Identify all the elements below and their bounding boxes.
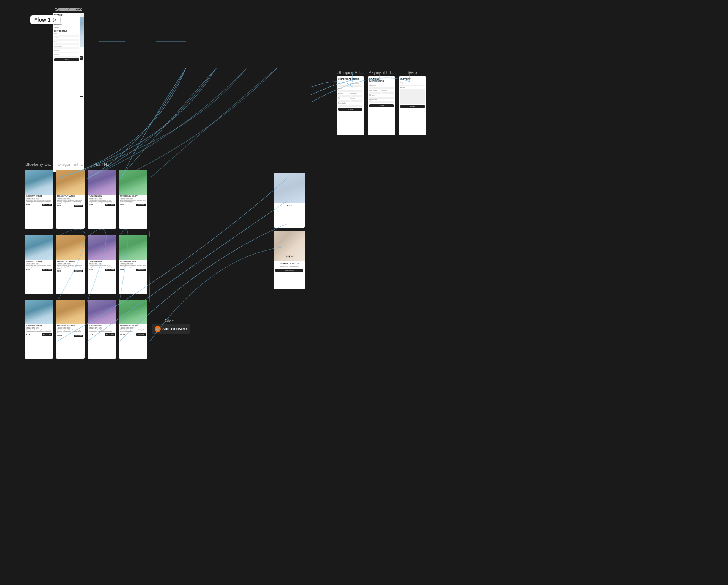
pd-price-wc-1: $9.99 [120, 204, 124, 206]
edit-form-phone-input[interactable] [54, 47, 79, 49]
pd-price-ph-1: $9.99 [89, 204, 93, 206]
pd-add-btn-ph-1[interactable]: ADD TO CART [105, 204, 115, 206]
frame-shipping: SHIPPING ADDRESS Country Province/Territ… [337, 76, 364, 135]
pd-add-btn-wc-2[interactable]: ADD TO CART [136, 269, 146, 271]
shipping-update-btn[interactable]: UPDATE [338, 108, 362, 111]
pd-body-df-3: DRAGONFRUIT MANGO SINGLE 3 PK 5 PK A tro… [56, 324, 85, 338]
help-submit-btn[interactable]: SUBMIT [400, 105, 425, 108]
payment-content: PAYMENT INFORMATION Card Number Name on … [368, 76, 395, 109]
pd-frame-wc-2: WATERMELON CELERY SINGLE 3 PK 5 PK A hyd… [119, 235, 147, 294]
pd-add-btn-bb-1[interactable]: ADD TO CART [42, 204, 52, 206]
frame-order-placed: ORDER PLACED! Thank you for shopping wit… [274, 231, 305, 289]
pd-img-bb-1 [25, 170, 53, 195]
pd-price-bb-1: $9.99 [26, 204, 30, 206]
shipping-apt-input[interactable] [338, 95, 350, 97]
frame-group-payment: Payment Inf... PAYMENT INFORMATION Card … [368, 70, 395, 135]
pd-add-btn-ph-3[interactable]: ADD TO CART [105, 333, 115, 336]
sub-frame-title-payment: Payment Inf... [369, 70, 394, 75]
product-row-3: BLUEBERRY ORANGE SINGLE 3 PK 5 PK A vibr… [25, 300, 147, 359]
pd-frame-df-3: DRAGONFRUIT MANGO SINGLE 3 PK 5 PK A tro… [56, 300, 85, 359]
payment-arrow: › [79, 24, 79, 25]
pd-price-row-df-2: $9.99 ADD TO CART [57, 270, 83, 272]
payment-cardnum-input[interactable] [369, 87, 394, 89]
pd-img-ph-3 [88, 300, 116, 324]
pd-price-row-wc-1: $9.99 ADD TO CART [120, 203, 146, 206]
shipping-city-label: City [338, 98, 350, 99]
pd-body-df-2: DRAGONFRUIT MANGO SINGLE 3 PK 5 PK A tro… [56, 260, 85, 273]
pd-add-btn-ph-2[interactable]: ADD TO CART [105, 269, 115, 271]
order-placed-img [274, 231, 305, 261]
add-to-cart-popup: Adde... 🛒 ADD TO CART! [152, 319, 190, 334]
frame-settings: PROFILE Edit Profile › Shipping Address … [53, 13, 80, 149]
shipping-province-group: Province/Territory [351, 82, 363, 87]
edit-form-password-input[interactable] [54, 56, 79, 58]
label-blueberry: Blueberry Or... [25, 162, 53, 167]
help-message-label: Message [400, 87, 425, 88]
pd-add-btn-bb-2[interactable]: ADD TO CART [42, 269, 52, 271]
shipping-province-input[interactable] [351, 85, 363, 87]
payment-fullname-input[interactable] [369, 97, 394, 99]
shipping-phone-label: Phone Number [338, 102, 362, 104]
pd-desc-df-2: A tropical symphony of dragonfruit and m… [57, 265, 83, 270]
pd-body-ph-2: PLUM HONEYDEW SINGLE 3 PK 5 PK A harmoni… [88, 260, 116, 272]
edit-form-name-input[interactable] [54, 35, 79, 37]
shipping-city-input[interactable] [338, 100, 350, 102]
popup-btn-text[interactable]: ADD TO CART! [162, 327, 187, 331]
dot-1 [287, 205, 288, 206]
pd-add-btn-wc-1[interactable]: ADD TO CART [136, 204, 146, 206]
support-label: Support [54, 27, 59, 28]
shipping-prov-input[interactable] [351, 100, 363, 102]
edit-form-lastname-input[interactable] [54, 39, 79, 41]
support-arrow: › [79, 26, 79, 28]
shipping-content: SHIPPING ADDRESS Country Province/Territ… [337, 76, 364, 112]
sub-settings-area: Shipping Ad... SHIPPING ADDRESS Country … [337, 70, 426, 135]
pd-img-df-1 [56, 170, 85, 195]
help-content: SUPPORT Subject Message SUBMIT [399, 76, 426, 110]
popup-cart-icon: 🛒 [155, 326, 161, 332]
settings-update-btn[interactable]: UPDATE [54, 58, 79, 61]
edit-form-altphone-input[interactable] [54, 52, 79, 53]
help-subject-input[interactable] [400, 85, 425, 86]
pd-price-bb-2: $9.99 [26, 269, 30, 271]
settings-support[interactable]: Support › [54, 26, 79, 28]
shipping-apt-label: Apt/Suite [338, 93, 350, 94]
pd-add-btn-wc-3[interactable]: ADD TO CART [136, 333, 146, 336]
payment-nameoncard-input[interactable] [369, 92, 381, 94]
pd-img-bb-3 [25, 300, 53, 324]
help-message-input[interactable] [400, 89, 425, 104]
pd-desc-df-1: A tropical symphony of dragonfruit and m… [57, 200, 83, 204]
flow-cursor-icon: ▷ [53, 17, 56, 22]
shipping-postal-group: Postal Code [351, 92, 363, 97]
edit-form-phone-label: Phone Number [54, 46, 79, 47]
pd-price-row-ph-1: $9.99 ADD TO CART [89, 203, 115, 206]
shipping-phone-input[interactable] [338, 105, 362, 107]
popup-content: 🛒 ADD TO CART! [152, 324, 190, 334]
shipping-form: Country Province/Territory [338, 82, 362, 87]
help-header: SUPPORT [400, 78, 425, 81]
pd-img-bb-2 [25, 235, 53, 260]
shipping-country-input[interactable] [338, 85, 350, 87]
frame-order-confirmation-1 [274, 173, 305, 228]
payment-link-input[interactable] [382, 92, 394, 94]
payment-nameoncard-group: Name on Card [369, 89, 381, 94]
shipping-address-input[interactable] [338, 90, 362, 92]
edit-form-email-input[interactable] [54, 43, 79, 45]
pd-price-wc-3: $17.99 [120, 333, 125, 335]
payment-fullname-label: Full Name [369, 94, 394, 96]
shop-more-btn[interactable]: SHOP MORE [275, 269, 303, 272]
pd-add-btn-df-3[interactable]: ADD TO CART [74, 335, 83, 337]
shipping-postal-input[interactable] [351, 95, 363, 97]
payment-update-btn[interactable]: UPDATE [369, 104, 394, 107]
frame-group-help: Help SUPPORT Subject Message SUBMIT [399, 70, 426, 135]
pd-frame-df-2: DRAGONFRUIT MANGO SINGLE 3 PK 5 PK A tro… [56, 235, 85, 294]
flow-label: Flow 1 ▷ [30, 15, 60, 24]
pd-add-btn-df-1[interactable]: ADD TO CART [74, 205, 83, 207]
payment-expiry-input[interactable] [369, 101, 394, 103]
pd-price-bb-3: $17.99 [26, 333, 30, 335]
frame-group-shipping: Shipping Ad... SHIPPING ADDRESS Country … [337, 70, 364, 135]
product-row-1: BLUEBERRY ORANGE SINGLE 3 PK 5 PK A vibr… [25, 170, 147, 229]
pd-add-btn-df-2[interactable]: ADD TO CART [74, 270, 83, 272]
edit-form-address-label: Last Name [54, 37, 79, 39]
pd-add-btn-bb-3[interactable]: ADD TO CART [42, 333, 52, 336]
pd-frame-ph-3: PLUM HONEYDEW SINGLE 3 PK 5 PK A harmoni… [88, 300, 116, 359]
